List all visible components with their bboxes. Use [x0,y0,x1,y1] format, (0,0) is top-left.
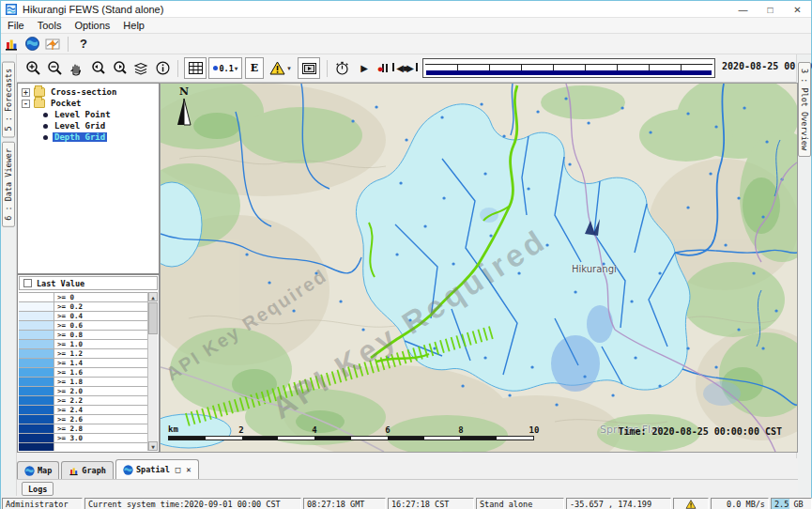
step-forward-button[interactable]: ▶ [406,57,419,79]
color-swatch [19,443,54,451]
grid-display-button[interactable] [184,57,207,79]
minimize-button[interactable]: — [729,1,757,18]
globe-icon [25,37,39,51]
close-button[interactable]: ✕ [784,1,811,18]
map-display-button[interactable] [22,35,42,54]
status-memory: 2.5 GB [771,498,812,509]
thresholds-warning-dropdown[interactable]: ▼ [267,57,295,79]
expand-icon[interactable]: + [22,88,30,97]
layers-button[interactable] [130,57,151,79]
play-icon: ▶ [360,63,368,73]
panel-close-icon[interactable]: ✕ [186,465,191,474]
step-back-button[interactable]: ◀ [391,57,405,79]
color-swatch [19,349,54,358]
info-button[interactable] [152,57,173,79]
maximize-button[interactable]: □ [757,1,784,18]
logs-row: Logs [17,479,798,498]
legend-row: >= 1.2 [19,349,147,359]
timeline-slider[interactable] [422,58,715,78]
legend-row: >= 1.8 [19,378,147,387]
bullet-icon [43,124,48,129]
status-user: Administrator [2,498,83,509]
spatial-display-button[interactable] [42,35,63,54]
animation-settings-button[interactable] [330,57,353,79]
tree-item-pocket[interactable]: - Pocket [18,98,159,109]
logs-button[interactable]: Logs [22,482,54,496]
legend-row: >= 0.6 [19,321,147,331]
tab-map[interactable]: Map [17,461,59,479]
label-edit-button[interactable]: E [245,57,264,79]
legend-scrollbar[interactable]: ▲ ▼ [147,292,158,451]
edit-icon: E [251,62,258,74]
color-swatch [19,434,54,442]
zoom-previous-button[interactable] [87,57,108,79]
color-swatch [19,312,54,320]
zoom-next-button[interactable] [109,57,130,79]
collapse-icon[interactable]: - [22,100,30,108]
map-canvas[interactable]: N API Key Required API Key Required Hiku… [160,83,798,453]
animation-display-button[interactable] [298,57,320,79]
menu-tools[interactable]: Tools [31,19,69,32]
menu-file[interactable]: File [1,19,31,32]
last-value-row: Last Value [19,276,158,290]
record-button[interactable]: ● [374,57,387,79]
pan-button[interactable] [66,57,86,79]
zoom-out-icon [47,60,63,76]
panel-maximize-icon[interactable]: □ [176,465,180,474]
menu-help[interactable]: Help [116,19,151,32]
last-value-label: Last Value [37,279,84,288]
toolbar-separator [327,60,328,77]
map-time-label: Time: 2020-08-25 00:00:00 CST [618,426,782,437]
menu-options[interactable]: Options [68,19,116,32]
grid-threshold-dropdown[interactable]: 0.1 ▼ [208,57,242,79]
status-download-rate: 0.0 MB/s [711,498,769,509]
warning-triangle-icon [685,500,697,509]
legend-row: >= 3.0 [19,434,147,443]
scroll-down-icon[interactable]: ▼ [148,441,158,451]
zoom-in-icon [25,60,41,76]
scrollbar-thumb[interactable] [148,302,158,334]
display-tabs: Map Graph Spatial □ ✕ [17,458,798,479]
timeline-axis [425,64,712,65]
status-warning-cell[interactable] [673,498,709,509]
folder-icon [34,87,45,97]
legend-row: >= 0.4 [19,312,147,321]
legend-row: >= 1.6 [19,368,147,378]
grid-icon [189,62,203,74]
legend-row: >= 2.2 [19,396,147,406]
info-icon [156,61,170,75]
globe-icon [123,465,133,475]
color-swatch [19,321,54,330]
timeline-range-bar[interactable] [426,70,712,75]
tab-forecasts[interactable]: 5 : Forecasts [2,62,15,138]
tree-item-level-grid[interactable]: Level Grid [18,120,159,131]
scroll-up-icon[interactable]: ▲ [148,292,158,301]
database-viewer-button[interactable] [1,35,22,54]
fews-logo-icon [6,4,17,15]
step-back-icon: ◀ [392,63,404,73]
title-bar: Hikurangi FEWS (Stand alone) — □ ✕ [1,1,811,18]
warning-triangle-icon [269,61,285,75]
bullet-icon [43,135,48,140]
tab-data-viewer[interactable]: 6 : Data Viewer [2,142,15,227]
legend-row: >= 0 [19,293,147,302]
play-button[interactable]: ▶ [355,57,374,79]
bar-chart-icon [4,37,19,52]
last-value-checkbox[interactable] [23,279,32,287]
legend-panel: Last Value >= 0 >= 0.2 >= 0.4 >= 0.6 >= … [17,274,160,453]
tree-item-depth-grid[interactable]: Depth Grid [18,131,159,143]
tab-spatial[interactable]: Spatial □ ✕ [115,459,199,479]
menu-bar: File Tools Options Help [1,18,811,34]
zoom-out-button[interactable] [44,57,65,79]
tree-item-level-point[interactable]: Level Point [18,109,159,120]
zoom-in-button[interactable] [23,57,43,79]
scale-bar: km 2 4 6 8 10 [168,424,536,440]
legend-row: >= 2.6 [19,415,147,424]
legend-row [19,443,147,451]
tab-graph[interactable]: Graph [61,461,114,479]
tab-plot-overview[interactable]: 3 : Plot Overview [798,62,811,157]
help-button[interactable]: ? [73,35,94,54]
legend-row: >= 1.0 [19,340,147,349]
status-gmt-time: 08:27:18 GMT [303,498,386,509]
threshold-dot-icon [213,66,218,70]
